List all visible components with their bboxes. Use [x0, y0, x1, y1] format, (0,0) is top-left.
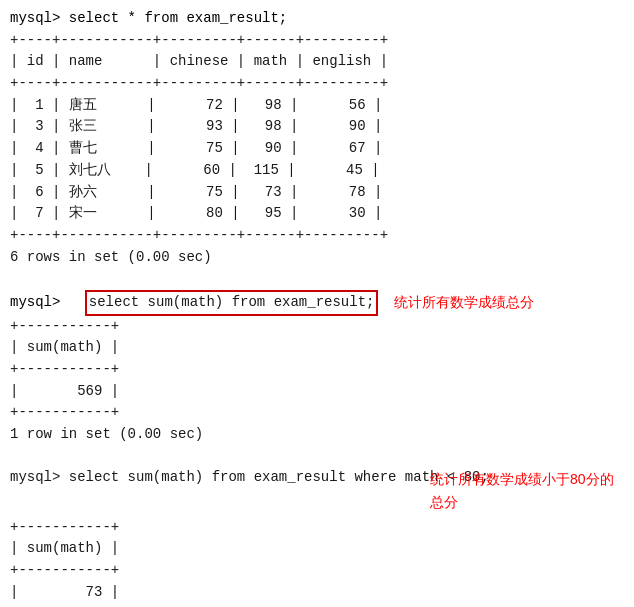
table1-row-5: | 7 | 宋一 | 80 | 95 | 30 | [10, 203, 624, 225]
table2-row-0: | 569 | [10, 381, 624, 403]
table1-border-bot: +----+-----------+---------+------+-----… [10, 225, 624, 247]
table3-border-mid: +-----------+ [10, 560, 624, 582]
table2-border-top: +-----------+ [10, 316, 624, 338]
table1-header: | id | name | chinese | math | english | [10, 51, 624, 73]
table3-header: | sum(math) | [10, 538, 624, 560]
query-2-box: select sum(math) from exam_result; [85, 290, 379, 316]
table3-border-bot: +-----------+ [10, 603, 624, 607]
query-3-annotation: 统计所有数学成绩小于80分的总分 [430, 471, 614, 510]
table2-border-mid: +-----------+ [10, 359, 624, 381]
table1-row-2: | 4 | 曹七 | 75 | 90 | 67 | [10, 138, 624, 160]
table3-row-0: | 73 | [10, 582, 624, 604]
table1-row-0: | 1 | 唐五 | 72 | 98 | 56 | [10, 95, 624, 117]
table2-status: 1 row in set (0.00 sec) [10, 424, 624, 446]
query-2-prompt-text: mysql> [10, 292, 69, 314]
blank-line-1 [10, 268, 624, 290]
table1-row-1: | 3 | 张三 | 93 | 98 | 90 | [10, 116, 624, 138]
query-1-prompt: mysql> select * from exam_result; [10, 8, 624, 30]
query-3-annotation-container: 统计所有数学成绩小于80分的总分 [430, 469, 624, 514]
table2-header: | sum(math) | [10, 337, 624, 359]
query-2-annotation: 统计所有数学成绩总分 [394, 292, 534, 314]
terminal-output: mysql> select * from exam_result; +----+… [10, 8, 624, 607]
table1-row-4: | 6 | 孙六 | 75 | 73 | 78 | [10, 182, 624, 204]
table1-border-mid: +----+-----------+---------+------+-----… [10, 73, 624, 95]
query-2-line: mysql> select sum(math) from exam_result… [10, 290, 624, 316]
table1-border-top: +----+-----------+---------+------+-----… [10, 30, 624, 52]
blank-line-2 [10, 446, 624, 468]
table1-status: 6 rows in set (0.00 sec) [10, 247, 624, 269]
table3-border-top: +-----------+ [10, 517, 624, 539]
table2-border-bot: +-----------+ [10, 402, 624, 424]
table1-row-3: | 5 | 刘七八 | 60 | 115 | 45 | [10, 160, 624, 182]
